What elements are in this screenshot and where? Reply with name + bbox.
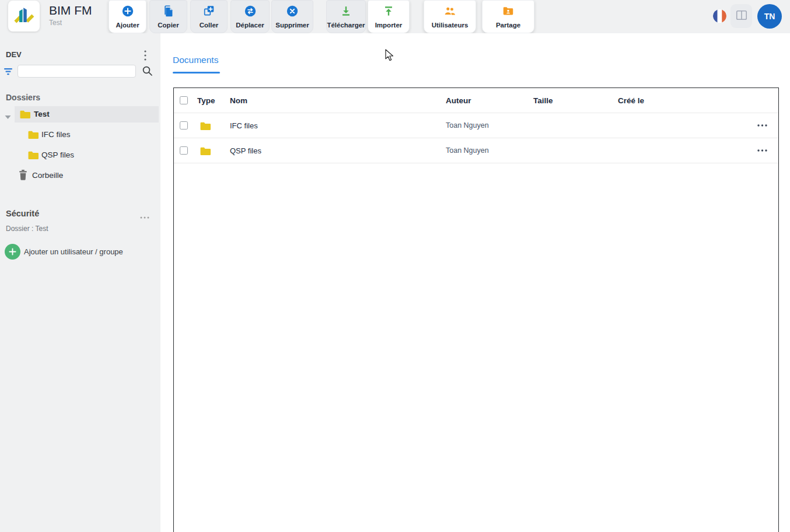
trash-label: Corbeille (32, 171, 63, 180)
security-heading: Sécurité (6, 209, 39, 218)
sidebar-trash[interactable]: Corbeille (0, 167, 160, 185)
chevron-down-icon[interactable] (5, 111, 11, 122)
document-author: Toan Nguyen (446, 121, 533, 130)
user-avatar[interactable]: TN (757, 4, 782, 29)
kebab-vertical-icon (144, 53, 147, 63)
row-menu-button[interactable] (757, 124, 768, 127)
security-context: Dossier : Test (6, 225, 48, 233)
app-logo[interactable] (8, 1, 40, 32)
app-title: BIM FM (49, 4, 92, 18)
table-row[interactable]: QSP files Toan Nguyen (174, 138, 778, 163)
table-row[interactable]: IFC files Toan Nguyen (174, 113, 778, 138)
copy-icon (162, 5, 175, 20)
add-user-group-button[interactable]: Ajouter un utilisateur / groupe (0, 244, 160, 262)
folder-label: QSP files (41, 150, 74, 159)
workspace-label: DEV (6, 50, 22, 59)
tab-documents[interactable]: Documents (173, 55, 218, 65)
select-all-checkbox[interactable] (180, 96, 188, 104)
column-header-name[interactable]: Nom (230, 96, 446, 105)
plus-circle-icon (5, 244, 20, 260)
delete-button[interactable]: Supprimer (271, 0, 313, 33)
folder-icon (27, 130, 40, 142)
users-icon (443, 5, 457, 20)
kebab-horizontal-icon (139, 211, 150, 221)
app-root: { "topbar": { "app_title": "BIM FM", "ap… (0, 0, 790, 532)
filter-icon (3, 68, 13, 78)
document-name[interactable]: IFC files (230, 121, 446, 130)
move-icon (244, 5, 257, 20)
search-input[interactable] (18, 65, 136, 78)
row-checkbox[interactable] (180, 146, 188, 155)
share-folder-icon (502, 5, 515, 20)
share-button[interactable]: Partage (482, 0, 534, 33)
sidebar-folder-test[interactable]: Test (0, 106, 160, 124)
folders-heading: Dossiers (6, 93, 40, 102)
column-header-created[interactable]: Créé le (618, 96, 746, 105)
table-header-row: Type Nom Auteur Taille Créé le (174, 88, 778, 113)
download-icon (340, 5, 352, 20)
workspace-menu-button[interactable] (144, 50, 147, 64)
folder-icon (200, 121, 230, 131)
users-button[interactable]: Utilisateurs (424, 0, 476, 33)
delete-icon (286, 5, 299, 20)
main-content: Documents Type Nom Auteur Taille Créé le… (160, 33, 790, 532)
app-subtitle: Test (49, 19, 62, 27)
sidebar-folder-qsp-files[interactable]: QSP files (0, 147, 160, 164)
french-flag-icon (713, 15, 726, 23)
sidebar: DEV Dossiers Test IFC files (0, 33, 160, 532)
move-button[interactable]: Déplacer (230, 0, 270, 33)
security-menu-button[interactable] (139, 211, 150, 222)
tab-active-indicator (173, 72, 220, 74)
documents-table: Type Nom Auteur Taille Créé le IFC files… (173, 88, 779, 532)
filter-button[interactable] (3, 68, 13, 78)
folder-icon (27, 150, 40, 162)
add-button[interactable]: Ajouter (109, 0, 146, 33)
folder-label: Test (34, 110, 50, 118)
search-icon (142, 68, 153, 78)
add-user-group-label: Ajouter un utilisateur / groupe (24, 247, 123, 256)
add-circle-icon (121, 5, 134, 20)
split-view-button[interactable] (730, 4, 752, 28)
topbar: BIM FM Test Ajouter Copier Coller Déplac… (0, 0, 790, 33)
download-button[interactable]: Télécharger (326, 0, 366, 33)
bim-fm-logo-icon (13, 4, 35, 29)
import-button[interactable]: Importer (368, 0, 410, 33)
column-header-author[interactable]: Auteur (446, 96, 533, 105)
folder-icon (19, 109, 32, 121)
search-button[interactable] (142, 65, 153, 79)
copy-button[interactable]: Copier (149, 0, 187, 33)
split-view-icon (735, 9, 748, 24)
column-header-size[interactable]: Taille (533, 96, 618, 105)
avatar-initials: TN (764, 12, 775, 21)
folder-icon (200, 146, 230, 156)
document-name[interactable]: QSP files (230, 146, 446, 155)
column-header-type[interactable]: Type (197, 96, 230, 105)
upload-icon (382, 5, 395, 20)
language-button[interactable] (713, 9, 726, 23)
document-author: Toan Nguyen (446, 146, 533, 155)
row-checkbox[interactable] (180, 121, 188, 130)
sidebar-folder-ifc-files[interactable]: IFC files (0, 127, 160, 144)
folder-label: IFC files (41, 130, 71, 139)
row-menu-button[interactable] (757, 149, 768, 152)
trash-icon (18, 169, 28, 183)
paste-icon (202, 5, 215, 20)
paste-button[interactable]: Coller (190, 0, 228, 33)
